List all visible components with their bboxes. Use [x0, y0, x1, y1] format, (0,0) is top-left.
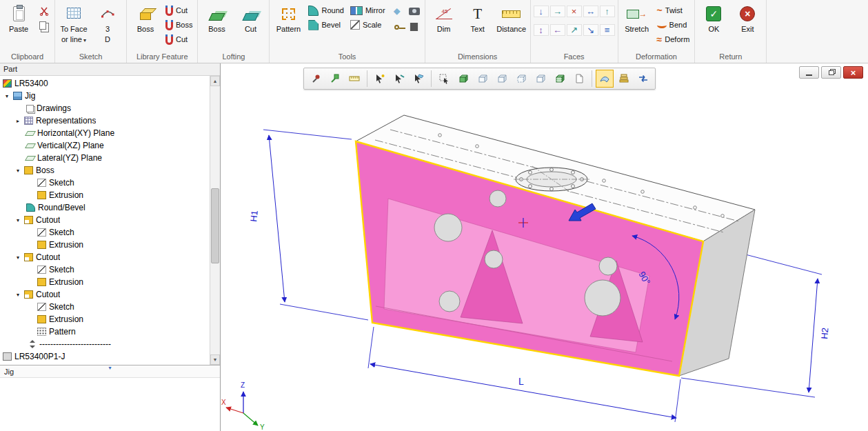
tree-item-sketch[interactable]: Sketch: [0, 226, 210, 239]
tree-item-xy-plane[interactable]: Horizontal(XY) Plane: [0, 127, 210, 139]
orientation-swap-icon[interactable]: [634, 70, 652, 88]
bend-button[interactable]: Bend: [655, 18, 692, 32]
close-button[interactable]: ×: [843, 66, 863, 79]
ok-button[interactable]: ✓ OK: [698, 2, 729, 34]
key-icon[interactable]: [390, 19, 405, 34]
3d-viewport-canvas[interactable]: H1 H2 L 90° Z X Y: [221, 63, 867, 431]
tree-item-cutout-2[interactable]: ▾Cutout: [0, 251, 210, 263]
camera-icon[interactable]: [407, 3, 422, 19]
pattern-button[interactable]: Pattern: [272, 2, 304, 34]
sheet-icon[interactable]: [570, 70, 588, 88]
resize-face-icon[interactable]: ↕: [534, 24, 549, 36]
delete-face-icon[interactable]: ×: [567, 6, 582, 17]
gem-icon[interactable]: ◆: [390, 3, 405, 19]
to-face-or-line-button[interactable]: To Face or line▾: [58, 2, 90, 43]
tree-item-part2[interactable]: LR53400P1-J: [0, 350, 210, 363]
tree-item-cutout-3[interactable]: ▾Cutout: [0, 288, 210, 301]
tree-item-round-bevel[interactable]: Round/Bevel: [0, 201, 210, 214]
dim-label-l[interactable]: L: [518, 376, 524, 387]
solid-outline-icon-4[interactable]: [532, 70, 549, 88]
dim-label-h2[interactable]: H2: [819, 327, 830, 339]
solid-outline-icon-2[interactable]: [493, 70, 511, 88]
mirror-button[interactable]: Mirror: [348, 3, 387, 17]
dim-label-h1[interactable]: H1: [248, 210, 260, 222]
taper-face-icon[interactable]: ↘: [583, 24, 598, 36]
expander-icon[interactable]: ▾: [17, 217, 24, 223]
tree-item-sketch[interactable]: Sketch: [0, 263, 210, 276]
tree-item-boss[interactable]: ▾Boss: [0, 164, 210, 177]
tree-item-yz-plane[interactable]: Lateral(YZ) Plane: [0, 152, 210, 164]
text-button[interactable]: T Text: [462, 2, 494, 34]
deform-button[interactable]: ≈Deform: [655, 32, 692, 46]
solid-outline-icon-3[interactable]: [512, 70, 530, 88]
move-face-left-icon[interactable]: ←: [550, 24, 565, 36]
library-cut-button[interactable]: Cut: [163, 3, 194, 17]
stretch-button[interactable]: → Stretch: [621, 2, 653, 34]
tree-item-jig[interactable]: ▾Jig: [0, 90, 210, 102]
copy-icon[interactable]: [37, 19, 52, 34]
move-face-right-icon[interactable]: →: [550, 6, 565, 17]
library-boss-label: Boss: [137, 25, 154, 34]
minimize-button[interactable]: [799, 66, 819, 79]
tree-item-separator[interactable]: --------------------------: [0, 338, 210, 350]
tree-item-sketch[interactable]: Sketch: [0, 177, 210, 189]
tree-scrollbar[interactable]: ▲ ▼: [210, 76, 220, 365]
paste-button[interactable]: Paste: [3, 2, 34, 34]
expander-icon[interactable]: ▾: [6, 93, 13, 99]
tree-item-extrusion[interactable]: Extrusion: [0, 239, 210, 251]
expander-icon[interactable]: ▾: [17, 168, 24, 174]
tree-item-pattern[interactable]: Pattern: [0, 325, 210, 338]
scroll-down-icon[interactable]: ▼: [210, 354, 220, 365]
tree-item-xz-plane[interactable]: Vertical(XZ) Plane: [0, 139, 210, 152]
solid-checker-icon[interactable]: [551, 70, 569, 88]
library-boss-small-button[interactable]: Boss: [163, 18, 194, 32]
tree-item-cutout-1[interactable]: ▾Cutout: [0, 214, 210, 226]
distance-button[interactable]: Distance: [496, 2, 527, 34]
stretch-face-icon[interactable]: ↔: [583, 6, 598, 17]
twist-button[interactable]: ~Twist: [655, 3, 692, 17]
scale-button[interactable]: Scale: [348, 18, 387, 32]
tree-item-extrusion[interactable]: Extrusion: [0, 276, 210, 288]
tag-icon[interactable]: [326, 70, 344, 88]
select-edge-icon[interactable]: [390, 70, 408, 88]
surface-icon[interactable]: [596, 70, 614, 88]
splitter-handle-icon[interactable]: ▾: [108, 365, 111, 371]
select-face-icon[interactable]: [410, 70, 427, 88]
dim-button[interactable]: 45 Dim: [428, 2, 460, 34]
move-face-up-icon[interactable]: ↑: [600, 6, 615, 17]
tree-item-root[interactable]: LR53400: [0, 77, 210, 90]
match-face-icon[interactable]: ≡: [600, 24, 615, 36]
move-face-down-icon[interactable]: ↓: [534, 6, 549, 17]
lofting-boss-button[interactable]: Boss: [201, 2, 232, 34]
tree-item-representations[interactable]: ▸Representations: [0, 114, 210, 127]
cut-icon[interactable]: [37, 3, 52, 19]
drawings-stack-icon[interactable]: [615, 70, 633, 88]
expander-icon[interactable]: ▸: [17, 118, 24, 124]
scroll-thumb[interactable]: [211, 188, 219, 263]
solid-outline-icon-1[interactable]: [474, 70, 492, 88]
tree-item-drawings[interactable]: Drawings: [0, 102, 210, 114]
exit-button[interactable]: × Exit: [731, 2, 763, 34]
round-button[interactable]: Round: [306, 3, 345, 17]
3d-viewport[interactable]: H1 H2 L 90° Z X Y: [221, 63, 868, 431]
offset-face-icon[interactable]: ↗: [567, 24, 582, 36]
tree-item-extrusion[interactable]: Extrusion: [0, 189, 210, 201]
film-icon[interactable]: [407, 19, 422, 34]
library-cut2-button[interactable]: Cut: [163, 32, 194, 46]
pin-icon[interactable]: [307, 70, 325, 88]
scroll-track[interactable]: [210, 86, 220, 354]
ruler-icon[interactable]: [345, 70, 363, 88]
restore-button[interactable]: [821, 66, 841, 79]
tree-item-extrusion[interactable]: Extrusion: [0, 313, 210, 325]
tree-item-sketch[interactable]: Sketch: [0, 301, 210, 313]
select-vertex-icon[interactable]: [371, 70, 389, 88]
bevel-button[interactable]: Bevel: [306, 18, 345, 32]
expander-icon[interactable]: ▾: [17, 292, 24, 298]
sketch-3d-button[interactable]: 3 D: [92, 2, 123, 43]
pick-box-icon[interactable]: [435, 70, 453, 88]
library-boss-button[interactable]: Boss: [130, 2, 161, 34]
lofting-cut-button[interactable]: Cut: [234, 2, 266, 34]
solid-shaded-icon[interactable]: [454, 70, 472, 88]
scroll-up-icon[interactable]: ▲: [210, 76, 220, 86]
expander-icon[interactable]: ▾: [17, 254, 24, 261]
